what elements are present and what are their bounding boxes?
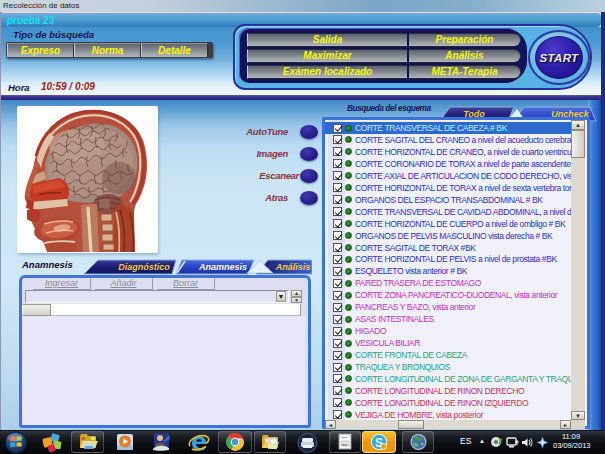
svg-text:ms: ms [342, 442, 347, 447]
